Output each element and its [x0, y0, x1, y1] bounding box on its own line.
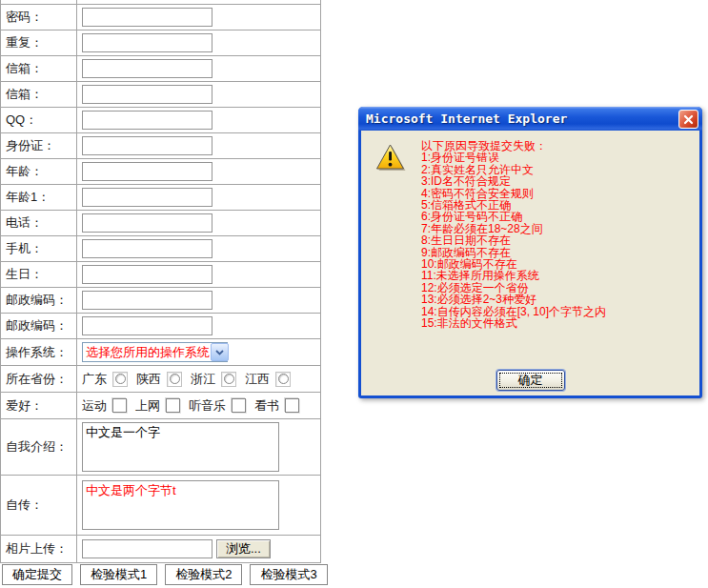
- photo-file-input[interactable]: [82, 539, 212, 558]
- ie-alert-dialog: Microsoft Internet Explorer 以下原因导致提交失败： …: [358, 107, 702, 398]
- zipcode2-input[interactable]: [82, 316, 212, 335]
- email2-label: 信箱：: [1, 82, 77, 108]
- message-line: 3:ID名不符合规定: [421, 175, 606, 187]
- submit-button[interactable]: 确定提交: [2, 564, 72, 585]
- close-button[interactable]: [678, 110, 698, 129]
- message-line: 13:必须选择2~3种爱好: [421, 294, 606, 305]
- radio-label: 浙江: [191, 371, 215, 388]
- hobby-checkbox-music[interactable]: [232, 398, 246, 413]
- age1-label: 年龄1：: [1, 185, 77, 211]
- registration-form-table: 密码： 重复： 信箱： 信箱： QQ： 身份证： 年龄： 年龄1： 电话： 手机…: [0, 0, 321, 563]
- age1-input[interactable]: [82, 188, 212, 207]
- mobile-input[interactable]: [82, 239, 212, 258]
- form-row-intro: 自我介绍： 中文是一个字: [1, 419, 321, 476]
- message-line: 1:身份证号错误: [421, 152, 606, 163]
- password-repeat-label: 重复：: [1, 30, 77, 56]
- province-label: 所在省份：: [1, 366, 77, 393]
- hobby-checkbox-reading[interactable]: [285, 398, 299, 413]
- photo-label: 相片上传：: [1, 536, 77, 563]
- form-row-zipcode: 邮政编码：: [1, 288, 321, 314]
- form-action-buttons: 确定提交 检验模式1 检验模式2 检验模式3: [2, 564, 328, 585]
- province-radio-shaanxi[interactable]: [167, 372, 182, 387]
- province-radio-jiangxi[interactable]: [275, 372, 291, 387]
- email-input[interactable]: [82, 59, 212, 78]
- os-label: 操作系统：: [1, 339, 77, 366]
- form-row-mobile: 手机：: [1, 236, 321, 262]
- province-option-jiangxi: 江西: [245, 371, 291, 388]
- form-row-phone: 电话：: [1, 211, 321, 236]
- form-row-os: 操作系统： 选择您所用的操作系统: [1, 339, 321, 366]
- province-option-zhejiang: 浙江: [191, 371, 236, 388]
- phone-label: 电话：: [1, 211, 77, 236]
- email-label: 信箱：: [1, 56, 77, 82]
- radio-label: 江西: [245, 371, 270, 388]
- bio-textarea[interactable]: 中文是两个字节t: [82, 480, 279, 530]
- hobby-option-reading: 看书: [254, 397, 299, 415]
- message-line: 8:生日日期不存在: [421, 234, 606, 246]
- province-option-guangdong: 广东: [82, 371, 128, 388]
- radio-label: 广东: [82, 371, 107, 388]
- dialog-titlebar[interactable]: Microsoft Internet Explorer: [358, 107, 702, 131]
- os-select-value: 选择您所用的操作系统: [83, 344, 210, 361]
- form-row-photo: 相片上传： 浏览...: [1, 536, 321, 563]
- check-mode1-button[interactable]: 检验模式1: [80, 564, 157, 585]
- bio-label: 自传：: [1, 476, 77, 536]
- check-mode3-button[interactable]: 检验模式3: [250, 564, 327, 585]
- message-line: 6:身份证号码不正确: [421, 211, 606, 222]
- password-input[interactable]: [82, 8, 212, 27]
- hobby-option-music: 听音乐: [189, 397, 246, 415]
- form-row-qq: QQ：: [1, 108, 321, 133]
- phone-input[interactable]: [82, 213, 212, 233]
- hobby-label: 爱好：: [1, 393, 77, 419]
- form-row-birthday: 生日：: [1, 262, 321, 288]
- dialog-title: Microsoft Internet Explorer: [366, 112, 567, 126]
- form-row-password-repeat: 重复：: [1, 30, 321, 56]
- browse-button[interactable]: 浏览...: [216, 539, 271, 558]
- hobby-checkbox-sport[interactable]: [112, 398, 127, 413]
- age-input[interactable]: [82, 162, 212, 181]
- warning-icon: [374, 142, 407, 172]
- idcard-input[interactable]: [82, 136, 212, 155]
- checkbox-label: 上网: [135, 397, 160, 415]
- hobby-option-sport: 运动: [82, 397, 127, 415]
- ok-button[interactable]: 确定: [496, 370, 565, 391]
- form-row-bio: 自传： 中文是两个字节t: [1, 476, 321, 536]
- qq-label: QQ：: [1, 108, 77, 133]
- qq-input[interactable]: [82, 111, 212, 130]
- dialog-message-list: 以下原因导致提交失败： 1:身份证号错误 2:真实姓名只允许中文 3:ID名不符…: [421, 140, 606, 330]
- message-line: 15:非法的文件格式: [421, 317, 606, 329]
- form-row-age1: 年龄1：: [1, 185, 321, 211]
- chevron-down-icon[interactable]: [211, 343, 229, 361]
- birthday-input[interactable]: [82, 265, 212, 284]
- form-row-email2: 信箱：: [1, 82, 321, 108]
- hobby-checkbox-internet[interactable]: [166, 398, 180, 413]
- form-row-email: 信箱：: [1, 56, 321, 82]
- province-radio-guangdong[interactable]: [112, 372, 128, 387]
- province-radio-zhejiang[interactable]: [221, 372, 236, 387]
- dialog-body: 以下原因导致提交失败： 1:身份证号错误 2:真实姓名只允许中文 3:ID名不符…: [361, 131, 699, 395]
- form-row-idcard: 身份证：: [1, 133, 321, 159]
- checkbox-label: 看书: [254, 397, 279, 415]
- form-row-zipcode2: 邮政编码：: [1, 314, 321, 339]
- password-repeat-input[interactable]: [82, 33, 212, 52]
- radio-label: 陕西: [136, 371, 161, 388]
- zipcode2-label: 邮政编码：: [1, 314, 77, 339]
- zipcode-input[interactable]: [82, 291, 212, 310]
- birthday-label: 生日：: [1, 262, 77, 288]
- close-icon: [683, 114, 694, 125]
- check-mode2-button[interactable]: 检验模式2: [165, 564, 242, 585]
- os-select[interactable]: 选择您所用的操作系统: [82, 342, 228, 362]
- checkbox-label: 听音乐: [189, 397, 226, 415]
- age-label: 年龄：: [1, 159, 77, 185]
- idcard-label: 身份证：: [1, 133, 77, 159]
- intro-textarea[interactable]: 中文是一个字: [82, 422, 279, 472]
- hobby-option-internet: 上网: [135, 397, 180, 415]
- form-row-password: 密码：: [1, 5, 321, 30]
- message-line: 11:未选择所用操作系统: [421, 270, 606, 281]
- form-row-hobby: 爱好： 运动 上网 听音乐 看书: [1, 393, 321, 419]
- province-option-shaanxi: 陕西: [136, 371, 182, 388]
- zipcode-label: 邮政编码：: [1, 288, 77, 314]
- email2-input[interactable]: [82, 85, 212, 104]
- intro-label: 自我介绍：: [1, 419, 77, 476]
- form-row-province: 所在省份： 广东 陕西 浙江 江西: [1, 366, 321, 393]
